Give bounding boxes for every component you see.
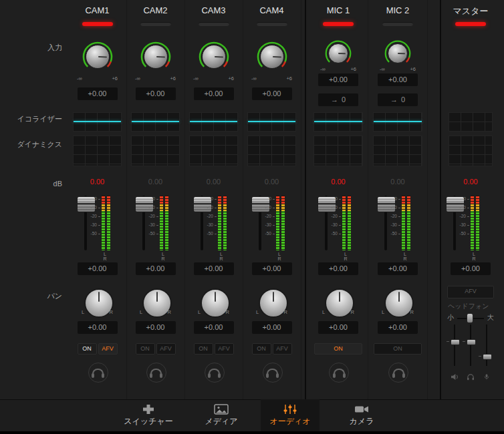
master-dynamics-graph[interactable] xyxy=(449,136,493,166)
headphone-min-label: 小 xyxy=(447,313,454,322)
solo-button[interactable] xyxy=(205,363,225,383)
master-afv-button[interactable]: AFV xyxy=(447,286,494,298)
fader-value-field[interactable]: +0.00 xyxy=(194,262,234,275)
level-meter-left xyxy=(276,196,279,250)
tab-audio[interactable]: オーディオ xyxy=(261,399,320,431)
pan-value-field[interactable]: +0.00 xyxy=(78,321,118,334)
dynamics-graph[interactable] xyxy=(247,136,296,166)
solo-button[interactable] xyxy=(388,363,408,383)
on-button[interactable]: ON xyxy=(314,343,362,355)
equalizer-graph[interactable] xyxy=(373,112,422,132)
pan-left-label: L xyxy=(198,309,201,315)
gain-value-field[interactable]: +0.00 xyxy=(136,87,176,100)
on-button[interactable]: ON xyxy=(374,343,422,355)
dynamics-row-label: ダイナミクス xyxy=(0,140,62,150)
equalizer-graph[interactable] xyxy=(73,112,122,132)
tab-camera[interactable]: カメラ xyxy=(332,399,391,431)
level-meters xyxy=(102,196,110,250)
talkback-level-slider[interactable] xyxy=(465,324,476,366)
pan-right-label: R xyxy=(410,309,414,315)
afv-button[interactable]: AFV xyxy=(156,343,176,355)
scale-mark: -20 xyxy=(265,214,275,218)
dynamics-graph[interactable] xyxy=(131,136,180,166)
afv-button[interactable]: AFV xyxy=(215,343,234,355)
afv-button[interactable]: AFV xyxy=(273,343,292,355)
sidetone-level-slider[interactable] xyxy=(481,324,492,366)
gain-knob[interactable] xyxy=(140,41,171,72)
slider-handle[interactable] xyxy=(483,354,492,360)
pan-knob[interactable] xyxy=(325,288,354,318)
dynamics-graph[interactable] xyxy=(373,136,422,166)
pan-value-field[interactable]: +0.00 xyxy=(194,321,234,334)
pan-left-label: L xyxy=(382,309,384,315)
gain-min-label: -∞ xyxy=(135,75,140,81)
fader-value-field[interactable]: +0.00 xyxy=(136,262,176,275)
equalizer-graph[interactable] xyxy=(247,112,296,132)
scale-mark: 0 xyxy=(269,196,275,201)
solo-button[interactable] xyxy=(88,363,108,383)
fader-value-field[interactable]: +0.00 xyxy=(252,262,292,275)
delay-field[interactable]: →0 xyxy=(378,93,418,106)
knob-pointer xyxy=(386,290,412,316)
equalizer-graph[interactable] xyxy=(189,112,238,132)
gain-value-field[interactable]: +0.00 xyxy=(252,87,292,100)
dynamics-graph[interactable] xyxy=(73,136,122,166)
tab-media[interactable]: メディア xyxy=(192,399,251,431)
gain-knob[interactable] xyxy=(257,41,287,72)
scale-mark: -50 xyxy=(265,231,275,236)
slider-track xyxy=(470,324,471,366)
scale-mark: 0 xyxy=(463,196,469,201)
on-button[interactable]: ON xyxy=(78,343,97,355)
solo-button[interactable] xyxy=(263,363,283,383)
knob-pointer xyxy=(86,45,109,68)
gain-knob[interactable] xyxy=(82,41,113,72)
fader-value-field[interactable]: +0.00 xyxy=(378,262,418,275)
fader-scale: 0 -10 -20 -30 -50 xyxy=(265,194,275,249)
pan-value-field[interactable]: +0.00 xyxy=(252,321,292,334)
delay-field[interactable]: →0 xyxy=(318,93,358,106)
gain-value-field[interactable]: +0.00 xyxy=(378,73,418,86)
knob-pointer xyxy=(202,290,229,316)
gain-knob[interactable] xyxy=(325,40,352,67)
fader-value-field[interactable]: +0.00 xyxy=(78,262,118,275)
channel-buttons: ON xyxy=(314,343,362,355)
master-fader-value-field[interactable]: +0.00 xyxy=(451,262,491,275)
on-button[interactable]: ON xyxy=(252,343,271,355)
channel-name-label: CAM1 xyxy=(68,5,126,15)
pan-value-field[interactable]: +0.00 xyxy=(378,321,418,334)
fader-value-field[interactable]: +0.00 xyxy=(318,262,358,275)
gain-value-field[interactable]: +0.00 xyxy=(318,73,358,86)
gain-knob[interactable] xyxy=(384,40,411,67)
solo-button[interactable] xyxy=(146,363,166,383)
on-button[interactable]: ON xyxy=(136,343,155,355)
meter-lr-label: L R xyxy=(157,252,172,261)
slider-tick xyxy=(447,341,449,342)
headphone-level-handle[interactable] xyxy=(467,313,473,323)
eq-curve-line xyxy=(248,121,295,122)
fader-scale: 0 -10 -20 -30 -50 xyxy=(91,194,100,249)
gain-knob[interactable] xyxy=(199,41,229,72)
equalizer-graph[interactable] xyxy=(313,112,363,132)
channel-fader: 0 -10 -20 -30 -50 xyxy=(309,194,368,253)
solo-button[interactable] xyxy=(329,363,349,383)
dynamics-graph[interactable] xyxy=(313,136,363,166)
pan-value-field[interactable]: +0.00 xyxy=(318,321,358,334)
slider-handle[interactable] xyxy=(451,339,460,345)
slider-handle[interactable] xyxy=(467,339,476,345)
gain-value-field[interactable]: +0.00 xyxy=(78,87,118,100)
afv-button[interactable]: AFV xyxy=(98,343,118,355)
channel-strip-cam4: CAM4 -∞ +6 +0.00 0.00 0 -10 -20 -30 -50 xyxy=(243,0,301,399)
program-level-slider[interactable] xyxy=(449,324,460,366)
gain-max-label: +6 xyxy=(112,75,118,81)
master-equalizer-graph[interactable] xyxy=(449,112,493,132)
scale-mark: -20 xyxy=(332,214,341,218)
pan-knob[interactable] xyxy=(384,288,414,318)
knob-body xyxy=(202,45,226,69)
gain-value-field[interactable]: +0.00 xyxy=(194,87,234,100)
meter-lr-label: L R xyxy=(215,252,230,261)
dynamics-graph[interactable] xyxy=(189,136,238,166)
tab-switcher[interactable]: スイッチャー xyxy=(114,399,183,431)
on-button[interactable]: ON xyxy=(194,343,213,355)
pan-value-field[interactable]: +0.00 xyxy=(136,321,176,334)
equalizer-graph[interactable] xyxy=(131,112,180,132)
